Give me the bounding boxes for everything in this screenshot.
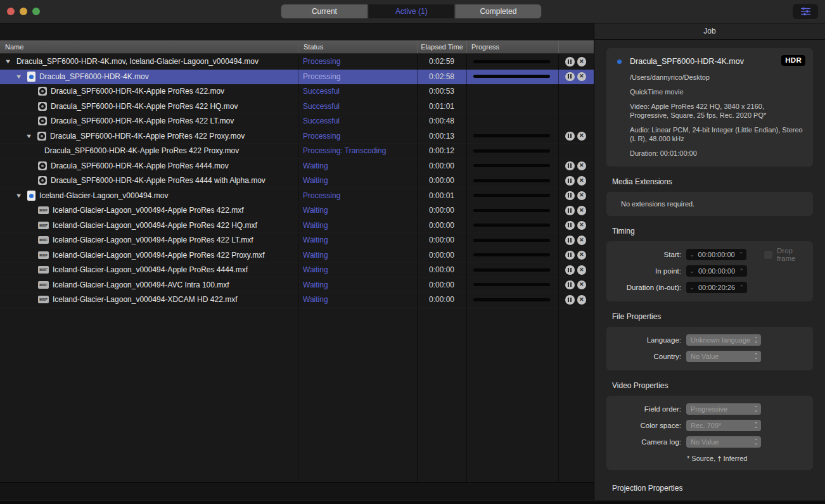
table-row[interactable]: MXFIceland-Glacier-Lagoon_v000494-Apple … — [0, 248, 594, 263]
cancel-button[interactable]: ✕ — [577, 280, 587, 290]
cancel-button[interactable]: ✕ — [577, 206, 587, 215]
disclosure-triangle-icon[interactable]: ▼ — [4, 58, 11, 65]
column-header-status[interactable]: Status — [298, 41, 417, 53]
status-text: Processing — [303, 57, 340, 66]
start-stepper[interactable]: ⌄ 00:00:00:00 ⌃ — [686, 249, 746, 260]
column-divider[interactable] — [417, 54, 418, 482]
cancel-button[interactable]: ✕ — [577, 265, 587, 275]
progress-bar — [473, 194, 550, 197]
mxf-file-icon: MXF — [38, 251, 49, 259]
table-row[interactable]: ▼Dracula_SPF6000-HDR-4K.movProcessing0:0… — [0, 70, 594, 85]
section-projection-properties[interactable]: Projection Properties — [612, 478, 813, 499]
row-progress-cell — [466, 218, 558, 233]
stepper-increment-icon[interactable]: ⌃ — [739, 268, 744, 274]
pause-button[interactable] — [565, 57, 575, 66]
pause-icon — [568, 179, 572, 183]
table-row[interactable]: MXFIceland-Glacier-Lagoon_v000494-XDCAM … — [0, 293, 594, 308]
cancel-button[interactable]: ✕ — [577, 72, 587, 82]
elapsed-time: 0:00:00 — [429, 221, 454, 230]
section-job-annotations[interactable]: Job Annotations — [612, 499, 813, 501]
table-row[interactable]: MXFIceland-Glacier-Lagoon_v000494-AVC In… — [0, 278, 594, 293]
elapsed-time: 0:00:00 — [429, 280, 454, 289]
section-file-properties: File Properties — [612, 312, 813, 321]
table-row[interactable]: Dracula_SPF6000-HDR-4K-Apple ProRes 422 … — [0, 144, 594, 159]
table-row[interactable]: ▼Dracula_SPF6000-HDR-4K-Apple ProRes 422… — [0, 129, 594, 144]
traffic-lights — [7, 8, 40, 15]
language-popup[interactable]: Unknown language ⌃⌄ — [686, 334, 761, 346]
disclosure-triangle-icon[interactable]: ▼ — [15, 73, 22, 80]
minimize-window-button[interactable] — [20, 8, 27, 15]
stepper-increment-icon[interactable]: ⌃ — [739, 285, 744, 291]
drop-frame-checkbox[interactable] — [764, 251, 772, 259]
row-actions-cell — [558, 84, 594, 99]
in-point-label: In point: — [606, 267, 681, 275]
cancel-button[interactable]: ✕ — [577, 176, 587, 186]
table-row[interactable]: MXFIceland-Glacier-Lagoon_v000494-Apple … — [0, 218, 594, 234]
pause-button[interactable] — [565, 206, 575, 215]
close-window-button[interactable] — [7, 8, 15, 15]
column-divider[interactable] — [466, 54, 467, 482]
pause-button[interactable] — [565, 221, 575, 230]
row-status-cell: Waiting — [298, 173, 417, 188]
table-row[interactable]: Dracula_SPF6000-HDR-4K-Apple ProRes 4444… — [0, 173, 594, 189]
pause-button[interactable] — [565, 132, 575, 141]
cancel-button[interactable]: ✕ — [577, 57, 587, 66]
pause-button[interactable] — [565, 161, 575, 171]
in-point-stepper[interactable]: ⌄ 00:00:00:00 ⌃ — [686, 265, 747, 277]
pause-button[interactable] — [565, 265, 575, 275]
row-actions-cell: ✕ — [558, 218, 594, 233]
pause-button[interactable] — [565, 280, 575, 290]
cancel-button[interactable]: ✕ — [577, 236, 587, 245]
mxf-file-icon: MXF — [38, 206, 49, 214]
column-header-progress[interactable]: Progress — [466, 41, 558, 53]
country-popup[interactable]: No Value ⌃⌄ — [686, 351, 761, 362]
column-divider[interactable] — [298, 54, 298, 482]
stepper-decrement-icon[interactable]: ⌄ — [689, 285, 694, 291]
cancel-button[interactable]: ✕ — [577, 132, 587, 141]
disclosure-triangle-icon[interactable]: ▼ — [15, 192, 22, 199]
duration-in-out-stepper[interactable]: ⌄ 00:00:20:26 ⌃ — [686, 282, 747, 293]
row-name-cell: Dracula_SPF6000-HDR-4K-Apple ProRes 422 … — [0, 144, 298, 158]
disclosure-triangle-icon[interactable]: ▼ — [25, 133, 32, 139]
cancel-button[interactable]: ✕ — [577, 191, 587, 201]
stepper-decrement-icon[interactable]: ⌄ — [689, 252, 694, 258]
table-row[interactable]: MXFIceland-Glacier-Lagoon_v000494-Apple … — [0, 233, 594, 248]
row-status-cell: Processing — [298, 70, 417, 84]
pause-button[interactable] — [565, 236, 575, 245]
pause-button[interactable] — [565, 72, 575, 82]
tab-completed[interactable]: Completed — [454, 4, 541, 18]
column-header-name[interactable]: Name — [0, 41, 298, 53]
color-space-popup[interactable]: Rec. 709* ⌃⌄ — [686, 420, 761, 431]
pause-icon — [568, 282, 572, 287]
stepper-increment-icon[interactable]: ⌃ — [739, 252, 744, 258]
cancel-button[interactable]: ✕ — [577, 251, 587, 260]
table-row[interactable]: Dracula_SPF6000-HDR-4K-Apple ProRes 422 … — [0, 114, 594, 129]
progress-bar — [473, 253, 550, 256]
table-row[interactable]: Dracula_SPF6000-HDR-4K-Apple ProRes 422 … — [0, 99, 594, 115]
cancel-button[interactable]: ✕ — [577, 295, 587, 305]
tab-active[interactable]: Active (1) — [368, 4, 454, 18]
stepper-decrement-icon[interactable]: ⌄ — [689, 268, 694, 274]
pause-button[interactable] — [565, 191, 575, 201]
zoom-window-button[interactable] — [32, 8, 40, 15]
pause-button[interactable] — [565, 176, 575, 186]
column-divider[interactable] — [558, 54, 559, 482]
column-header-elapsed-time[interactable]: Elapsed Time — [417, 41, 466, 53]
pause-icon — [568, 253, 572, 257]
pause-button[interactable] — [565, 251, 575, 260]
cancel-button[interactable]: ✕ — [577, 221, 587, 230]
cancel-button[interactable]: ✕ — [577, 161, 587, 171]
table-row[interactable]: MXFIceland-Glacier-Lagoon_v000494-Apple … — [0, 263, 594, 278]
pause-button[interactable] — [565, 295, 575, 305]
table-row[interactable]: Dracula_SPF6000-HDR-4K-Apple ProRes 422.… — [0, 84, 594, 99]
table-row[interactable]: Dracula_SPF6000-HDR-4K-Apple ProRes 4444… — [0, 159, 594, 174]
table-header: Name Status Elapsed Time Progress — [0, 40, 594, 54]
camera-log-popup[interactable]: No Value ⌃⌄ — [686, 436, 761, 448]
progress-bar — [473, 298, 550, 301]
table-row[interactable]: ▼Iceland-Glacier-Lagoon_v000494.movProce… — [0, 189, 594, 204]
field-order-popup[interactable]: Progressive ⌃⌄ — [686, 403, 761, 415]
tab-current[interactable]: Current — [281, 4, 368, 18]
table-row[interactable]: ▼Dracula_SPF6000-HDR-4K.mov, Iceland-Gla… — [0, 54, 594, 70]
table-row[interactable]: MXFIceland-Glacier-Lagoon_v000494-Apple … — [0, 203, 594, 218]
inspector-toggle-button[interactable] — [793, 4, 818, 19]
